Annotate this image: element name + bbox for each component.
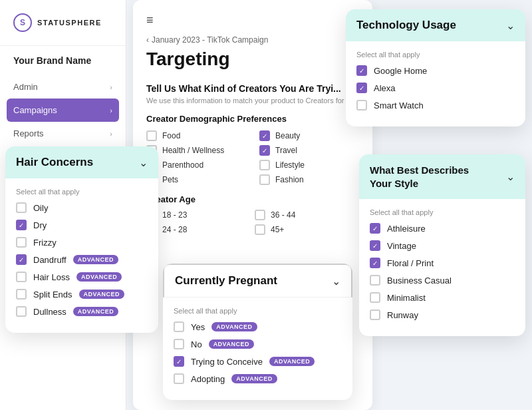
hair-option-dry[interactable]: Dry (16, 220, 148, 230)
checkbox-hair-loss[interactable] (16, 272, 27, 282)
checkbox-alexa[interactable] (356, 83, 367, 93)
checkbox-food[interactable] (146, 130, 157, 141)
hair-option-dullness[interactable]: Dullness ADVANCED (16, 306, 148, 317)
demo-section-heading: Creator Demographic Preferences (146, 114, 359, 124)
style-card-title: What Best Describes Your Style (370, 164, 489, 190)
checkbox-fashion[interactable] (259, 174, 270, 185)
hamburger-icon[interactable]: ≡ (146, 13, 359, 27)
pregnant-select-label: Select all that apply (174, 307, 342, 315)
checkbox-lifestyle[interactable] (259, 160, 270, 170)
hair-option-frizzy[interactable]: Frizzy (16, 237, 148, 248)
checkbox-beauty[interactable] (259, 130, 270, 141)
breadcrumb-arrow-icon: ‹ (146, 35, 149, 45)
advanced-badge-dandruff: ADVANCED (73, 255, 118, 264)
style-card-body: Select all that apply Athleisure Vintage… (359, 199, 525, 336)
style-option-athleisure[interactable]: Athleisure (370, 223, 515, 234)
sidebar-item-campaigns[interactable]: Campaigns › (7, 99, 119, 122)
checkbox-trying[interactable] (174, 356, 184, 367)
demo-item-food[interactable]: Food (146, 130, 246, 141)
pregnant-card-title: Currently Pregnant (175, 274, 277, 288)
checkbox-dry[interactable] (16, 220, 27, 230)
hair-card-body: Select all that apply Oily Dry Frizzy Da… (5, 178, 158, 333)
pregnant-option-yes[interactable]: Yes ADVANCED (174, 321, 342, 332)
style-chevron-icon: ⌄ (506, 170, 515, 183)
pregnant-option-trying[interactable]: Trying to Conceive ADVANCED (174, 356, 342, 367)
demo-grid: Food Beauty Health / Wellness Travel Par… (146, 130, 359, 185)
age-item-24[interactable]: 24 - 28 (146, 224, 251, 235)
hair-option-oily[interactable]: Oily (16, 202, 148, 213)
style-select-label: Select all that apply (370, 208, 515, 216)
age-item-36[interactable]: 36 - 44 (255, 210, 359, 220)
checkbox-minimalist[interactable] (370, 292, 380, 303)
checkbox-dandruff[interactable] (16, 254, 27, 265)
technology-option-alexa[interactable]: Alexa (356, 83, 515, 93)
breadcrumb: ‹ January 2023 - TikTok Campaign (146, 35, 359, 45)
checkbox-pregnant-no[interactable] (174, 339, 184, 349)
advanced-badge-trying: ADVANCED (269, 357, 315, 366)
checkbox-frizzy[interactable] (16, 237, 27, 248)
demo-item-lifestyle[interactable]: Lifestyle (259, 160, 359, 170)
hair-option-dandruff[interactable]: Dandruff ADVANCED (16, 254, 148, 265)
technology-card-title: Technology Usage (356, 19, 456, 32)
style-option-runway[interactable]: Runway (370, 309, 515, 320)
technology-card-header[interactable]: Technology Usage ⌄ (346, 9, 525, 41)
hair-option-splitends[interactable]: Split Ends ADVANCED (16, 289, 148, 300)
hair-card-header[interactable]: Hair Concerns ⌄ (5, 146, 158, 178)
demo-item-fashion[interactable]: Fashion (259, 174, 359, 185)
technology-option-smartwatch[interactable]: Smart Watch (356, 100, 515, 110)
style-card-header[interactable]: What Best Describes Your Style ⌄ (359, 154, 525, 199)
style-option-business[interactable]: Business Casual (370, 275, 515, 286)
demo-item-parenthood[interactable]: Parenthood (146, 160, 246, 170)
section-heading: Tell Us What Kind of Creators You Are Tr… (146, 83, 359, 94)
technology-chevron-icon: ⌄ (506, 19, 515, 32)
checkbox-dullness[interactable] (16, 306, 27, 317)
checkbox-age-45[interactable] (255, 224, 265, 235)
technology-card-body: Select all that apply Google Home Alexa … (346, 41, 525, 126)
checkbox-age-36[interactable] (255, 210, 265, 220)
checkbox-floral[interactable] (370, 258, 380, 268)
pregnant-option-adopting[interactable]: Adopting ADVANCED (174, 373, 342, 384)
advanced-badge-hairloss: ADVANCED (76, 272, 122, 282)
checkbox-vintage[interactable] (370, 240, 380, 251)
pregnant-option-no[interactable]: No ADVANCED (174, 339, 342, 349)
style-option-floral[interactable]: Floral / Print (370, 258, 515, 268)
age-item-18[interactable]: 18 - 23 (146, 210, 251, 220)
hair-concerns-card: Hair Concerns ⌄ Select all that apply Oi… (5, 146, 158, 333)
advanced-badge-adopting: ADVANCED (231, 374, 277, 383)
demo-item-pets[interactable]: Pets (146, 174, 246, 185)
age-section-heading: Creator Age (146, 194, 359, 204)
reports-chevron-icon: › (110, 130, 112, 138)
checkbox-oily[interactable] (16, 202, 27, 213)
sidebar-logo: S STATUSPHERE (0, 13, 126, 46)
checkbox-google-home[interactable] (356, 65, 367, 76)
hair-option-hairloss[interactable]: Hair Loss ADVANCED (16, 272, 148, 282)
pregnant-card-body: Select all that apply Yes ADVANCED No AD… (163, 298, 352, 400)
checkbox-business-casual[interactable] (370, 275, 380, 286)
age-item-45[interactable]: 45+ (255, 224, 359, 235)
checkbox-adopting[interactable] (174, 373, 184, 384)
advanced-badge-splitends: ADVANCED (79, 290, 124, 299)
checkbox-pregnant-yes[interactable] (174, 321, 184, 332)
sidebar-item-reports[interactable]: Reports › (0, 122, 126, 145)
advanced-badge-yes: ADVANCED (211, 322, 257, 331)
sidebar-item-admin[interactable]: Admin › (0, 75, 126, 99)
advanced-badge-no: ADVANCED (209, 339, 254, 349)
admin-chevron-icon: › (110, 83, 112, 91)
technology-card: Technology Usage ⌄ Select all that apply… (346, 9, 525, 126)
checkbox-split-ends[interactable] (16, 289, 27, 300)
page-title: Targeting (146, 49, 359, 70)
checkbox-runway[interactable] (370, 309, 380, 320)
checkbox-athleisure[interactable] (370, 223, 380, 234)
age-grid: 18 - 23 36 - 44 24 - 28 45+ (146, 210, 359, 235)
section-subtext: We use this information to match your pr… (146, 97, 359, 104)
style-option-vintage[interactable]: Vintage (370, 240, 515, 251)
checkbox-smart-watch[interactable] (356, 100, 367, 110)
demo-item-beauty[interactable]: Beauty (259, 130, 359, 141)
technology-option-google[interactable]: Google Home (356, 65, 515, 76)
checkbox-travel[interactable] (259, 145, 270, 156)
logo-text: STATUSPHERE (37, 19, 102, 27)
demo-item-health[interactable]: Health / Wellness (146, 145, 246, 156)
demo-item-travel[interactable]: Travel (259, 145, 359, 156)
pregnant-card-header[interactable]: Currently Pregnant ⌄ (163, 264, 352, 298)
style-option-minimalist[interactable]: Minimalist (370, 292, 515, 303)
